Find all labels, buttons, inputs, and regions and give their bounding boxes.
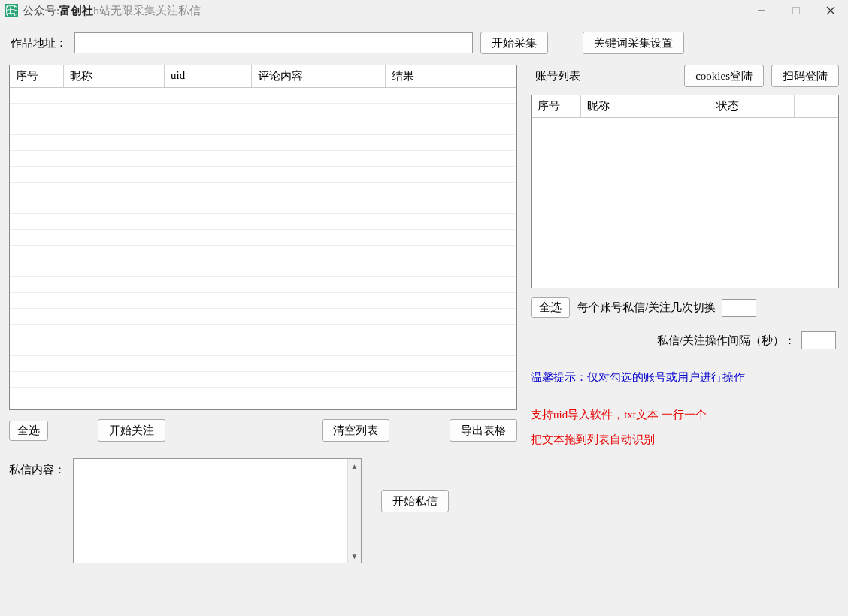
title-suffix: b站无限采集关注私信 [93, 4, 201, 18]
export-table-button[interactable]: 导出表格 [450, 419, 517, 442]
table-row[interactable] [10, 372, 516, 388]
table-row[interactable] [10, 293, 516, 309]
url-label: 作品地址： [11, 36, 67, 50]
dm-textarea[interactable] [74, 459, 347, 563]
table-row[interactable] [10, 214, 516, 230]
comments-table-header: 序号 昵称 uid 评论内容 结果 [10, 65, 516, 88]
start-dm-button[interactable]: 开始私信 [381, 490, 449, 512]
table-row[interactable] [10, 340, 516, 356]
hint-red-line1: 支持uid导入软件，txt文本 一行一个 [531, 403, 839, 427]
start-follow-button[interactable]: 开始关注 [98, 419, 165, 442]
table-row[interactable] [10, 325, 516, 340]
svg-line-3 [827, 7, 834, 14]
acct-col-nickname[interactable]: 昵称 [581, 95, 710, 117]
svg-line-4 [827, 7, 834, 14]
table-row[interactable] [10, 230, 516, 246]
comments-table[interactable]: 序号 昵称 uid 评论内容 结果 [9, 65, 517, 410]
hint-blue: 温馨提示：仅对勾选的账号或用户进行操作 [531, 370, 839, 385]
switch-count-label: 每个账号私信/关注几次切换 [577, 300, 716, 315]
cookies-login-button[interactable]: cookies登陆 [684, 65, 764, 87]
hint-red: 支持uid导入软件，txt文本 一行一个 把文本拖到列表自动识别 [531, 403, 839, 452]
col-result[interactable]: 结果 [386, 65, 474, 87]
url-input[interactable] [74, 32, 473, 53]
scroll-down-icon[interactable]: ▼ [348, 549, 361, 563]
keyword-settings-button[interactable]: 关键词采集设置 [583, 32, 684, 54]
col-uid[interactable]: uid [165, 65, 252, 87]
scroll-up-icon[interactable]: ▲ [348, 459, 361, 473]
table-row[interactable] [10, 309, 516, 325]
maximize-button[interactable] [779, 0, 813, 21]
table-row[interactable] [10, 198, 516, 214]
acct-col-spacer [795, 95, 838, 117]
svg-rect-2 [793, 8, 800, 14]
close-button[interactable] [813, 0, 848, 21]
accounts-table-header: 序号 昵称 状态 [532, 95, 838, 118]
scan-login-button[interactable]: 扫码登陆 [771, 65, 839, 87]
comments-table-body[interactable] [10, 88, 516, 403]
col-comment[interactable]: 评论内容 [252, 65, 386, 87]
start-collect-button[interactable]: 开始采集 [480, 32, 548, 54]
account-list-title: 账号列表 [535, 69, 580, 83]
select-all-right-button[interactable]: 全选 [531, 297, 570, 318]
table-row[interactable] [10, 167, 516, 183]
acct-col-seq[interactable]: 序号 [532, 95, 581, 117]
app-icon [5, 4, 18, 17]
dm-label: 私信内容： [9, 463, 65, 477]
table-row[interactable] [10, 104, 516, 119]
table-row[interactable] [10, 135, 516, 151]
table-row[interactable] [10, 88, 516, 104]
title-bold: 富创社 [59, 4, 93, 18]
clear-list-button[interactable]: 清空列表 [322, 419, 389, 442]
interval-label: 私信/关注操作间隔（秒）： [657, 334, 795, 348]
dm-scrollbar[interactable]: ▲ ▼ [347, 459, 361, 563]
select-all-left-button[interactable]: 全选 [9, 421, 48, 441]
acct-col-status[interactable]: 状态 [710, 95, 795, 117]
hint-red-line2: 把文本拖到列表自动识别 [531, 427, 839, 452]
table-row[interactable] [10, 261, 516, 277]
table-row[interactable] [10, 356, 516, 372]
table-row[interactable] [10, 388, 516, 403]
dm-textarea-container: ▲ ▼ [73, 458, 362, 563]
table-row[interactable] [10, 183, 516, 198]
titlebar: 公众号: 富创社 b站无限采集关注私信 [0, 0, 848, 21]
switch-count-input[interactable] [722, 299, 756, 317]
interval-input[interactable] [801, 331, 836, 349]
col-nickname[interactable]: 昵称 [64, 65, 165, 87]
table-row[interactable] [10, 246, 516, 261]
col-seq[interactable]: 序号 [10, 65, 64, 87]
accounts-table[interactable]: 序号 昵称 状态 [531, 95, 839, 288]
col-spacer [474, 65, 516, 87]
table-row[interactable] [10, 151, 516, 167]
title-prefix: 公众号: [23, 4, 59, 18]
table-row[interactable] [10, 119, 516, 135]
minimize-button[interactable] [744, 0, 779, 21]
table-row[interactable] [10, 277, 516, 293]
